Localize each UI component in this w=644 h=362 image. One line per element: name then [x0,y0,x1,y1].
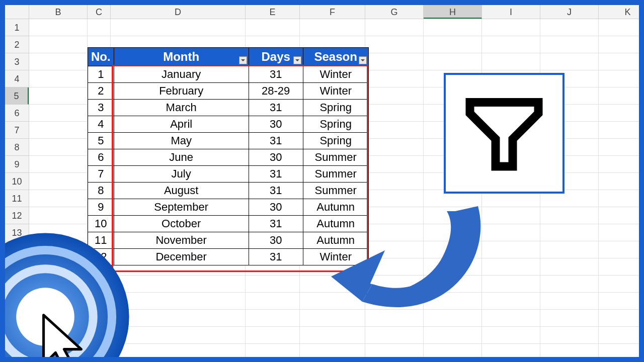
table-cell[interactable]: April [114,116,249,133]
row-header-3[interactable]: 3 [5,53,29,70]
table-cell[interactable]: March [114,100,249,116]
table-cell[interactable]: September [114,199,249,216]
table-cell[interactable]: December [114,249,249,265]
table-header-no: No. [88,48,114,66]
table-row: 5May31Spring [88,133,369,149]
spreadsheet-grid[interactable]: BCDEFGHIJK 12345678910111213 No.MonthDay… [5,5,639,357]
table-cell[interactable]: 6 [88,149,114,166]
table-row: 6June30Summer [88,149,369,166]
table-header-month: Month [114,48,249,66]
column-header-G[interactable]: G [365,5,424,19]
table-row: 7July31Summer [88,166,369,183]
row-header-9[interactable]: 9 [5,156,29,173]
table-cell[interactable]: 5 [88,133,114,149]
table-cell[interactable]: 1 [88,66,114,83]
table-cell[interactable]: Spring [303,100,368,116]
funnel-icon [461,89,547,177]
row-header-7[interactable]: 7 [5,122,29,139]
table-cell[interactable]: 31 [249,249,303,265]
table-cell[interactable]: 31 [249,66,303,83]
table-header-label: Month [163,50,199,63]
column-headers: BCDEFGHIJK [5,5,639,19]
table-cell[interactable]: 31 [249,183,303,199]
table-cell[interactable]: May [114,133,249,149]
row-header-11[interactable]: 11 [5,190,29,207]
row-header-10[interactable]: 10 [5,173,29,190]
table-header-label: No. [91,50,111,63]
table-cell[interactable]: 28-29 [249,83,303,100]
table-cell[interactable]: 31 [249,100,303,116]
table-row: 3March31Spring [88,100,369,116]
column-header-D[interactable]: D [111,5,246,19]
table-cell[interactable]: 31 [249,216,303,232]
table-row: 4April30Spring [88,116,369,133]
filter-dropdown-button[interactable] [359,56,367,64]
table-cell[interactable]: 30 [249,149,303,166]
filter-icon-card [444,73,565,194]
column-header-E[interactable]: E [246,5,300,19]
table-cell[interactable]: August [114,183,249,199]
table-header-days: Days [249,48,303,66]
table-cell[interactable]: 9 [88,199,114,216]
table-cell[interactable]: 30 [249,116,303,133]
table-cell[interactable]: January [114,66,249,83]
cursor-logo [5,231,131,357]
column-header-F[interactable]: F [300,5,365,19]
column-header-C[interactable]: C [88,5,111,19]
table-cell[interactable]: 31 [249,166,303,183]
table-cell[interactable]: October [114,216,249,232]
table-cell[interactable]: 30 [249,199,303,216]
column-header-I[interactable]: I [482,5,540,19]
filter-dropdown-button[interactable] [239,56,247,64]
table-cell[interactable]: 7 [88,166,114,183]
table-row: 8August31Summer [88,183,369,199]
table-cell[interactable]: 10 [88,216,114,232]
table-cell[interactable]: 30 [249,232,303,249]
table-cell[interactable]: Spring [303,133,368,149]
column-header-corner[interactable] [5,5,29,19]
column-header-B[interactable]: B [29,5,88,19]
column-header-K[interactable]: K [599,5,639,19]
row-header-5[interactable]: 5 [5,87,29,105]
table-cell[interactable]: 2 [88,83,114,100]
table-row: 1January31Winter [88,66,369,83]
table-row: 10October31Autumn [88,216,369,232]
row-header-12[interactable]: 12 [5,207,29,224]
table-row: 2February28-29Winter [88,83,369,100]
row-header-2[interactable]: 2 [5,36,29,53]
row-header-6[interactable]: 6 [5,105,29,122]
row-header-8[interactable]: 8 [5,139,29,156]
table-cell[interactable]: Summer [303,166,368,183]
table-cell[interactable]: July [114,166,249,183]
column-header-H[interactable]: H [424,5,482,19]
filter-dropdown-button[interactable] [293,56,301,64]
row-header-1[interactable]: 1 [5,19,29,36]
table-cell[interactable]: 8 [88,183,114,199]
table-cell[interactable]: Winter [303,66,368,83]
table-cell[interactable]: 4 [88,116,114,133]
table-cell[interactable]: 3 [88,100,114,116]
table-cell[interactable]: Spring [303,116,368,133]
table-row: 9September30Autumn [88,199,369,216]
table-cell[interactable]: February [114,83,249,100]
table-cell[interactable]: Winter [303,83,368,100]
row-header-4[interactable]: 4 [5,70,29,87]
table-cell[interactable]: 31 [249,133,303,149]
table-cell[interactable]: Summer [303,149,368,166]
table-header-season: Season [303,48,368,66]
table-header-label: Season [314,50,357,63]
table-cell[interactable]: November [114,232,249,249]
curved-arrow [327,196,498,327]
column-header-J[interactable]: J [540,5,599,19]
table-cell[interactable]: June [114,149,249,166]
table-header-label: Days [261,50,290,63]
